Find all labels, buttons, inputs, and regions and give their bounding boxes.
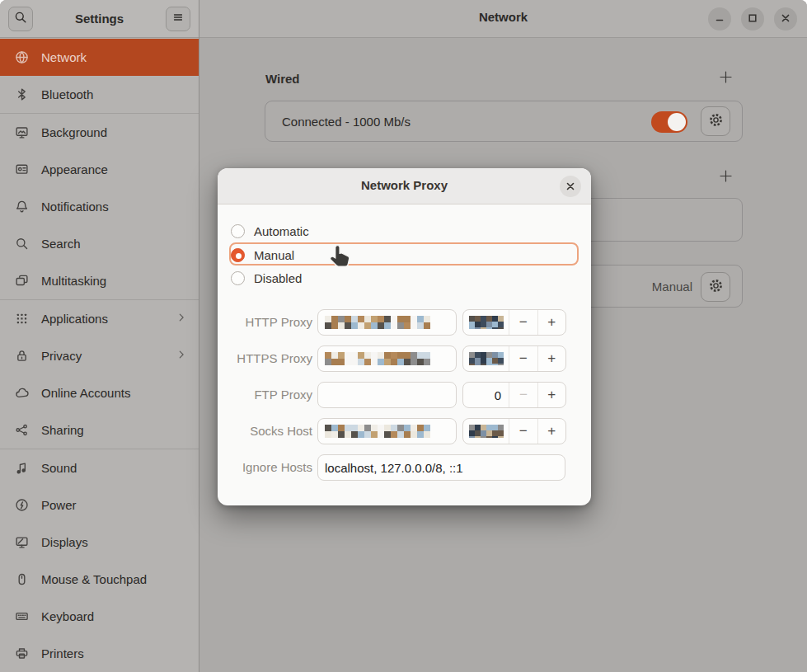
sidebar-item-printers[interactable]: Printers [0,635,199,672]
wired-status-text: Connected - 1000 Mb/s [282,101,411,141]
sidebar-item-label: Power [41,498,187,512]
socks-port-spinner: − + [462,418,566,444]
dialog-title: Network Proxy [218,178,591,192]
ftp-proxy-port-value[interactable]: 0 [463,383,509,407]
network-proxy-dialog: Network Proxy Automatic Manual Disabled … [218,168,591,505]
wired-connection-row[interactable]: Connected - 1000 Mb/s [265,101,743,142]
wired-section-label: Wired [265,72,300,86]
proxy-settings-button[interactable] [701,272,730,302]
background-icon [14,125,29,140]
sidebar-item-label: Appearance [41,162,187,176]
http-proxy-label: HTTP Proxy [218,309,312,336]
sidebar-item-label: Bluetooth [41,87,187,101]
proxy-option-manual[interactable]: Manual [231,243,578,266]
sidebar-item-power[interactable]: Power [0,486,199,524]
proxy-option-disabled[interactable]: Disabled [231,266,578,289]
plus-icon [719,169,733,186]
sidebar-list: NetworkBluetoothBackgroundAppearanceNoti… [0,39,199,672]
search-button[interactable] [8,7,33,31]
hamburger-menu-icon [171,11,185,26]
ignore-hosts-input[interactable] [317,454,565,481]
sidebar-item-bluetooth[interactable]: Bluetooth [0,76,199,113]
chevron-right-icon [176,349,187,363]
close-icon [565,180,575,194]
sidebar-item-multitasking[interactable]: Multitasking [0,262,199,299]
redacted-value [325,352,430,365]
socks-port-value[interactable] [463,419,509,444]
cloud-icon [14,386,29,401]
ignore-hosts-field[interactable] [325,461,558,475]
display-icon [14,535,29,550]
sidebar-item-online-accounts[interactable]: Online Accounts [0,374,199,411]
socks-port-decrement-button[interactable]: − [509,419,537,444]
sidebar-item-label: Search [41,237,187,251]
socks-port-increment-button[interactable]: + [537,419,565,444]
close-button[interactable] [774,7,797,31]
primary-menu-button[interactable] [166,7,190,31]
wired-toggle[interactable] [651,111,687,133]
sidebar-item-keyboard[interactable]: Keyboard [0,598,199,635]
sidebar-item-privacy[interactable]: Privacy [0,337,199,374]
sidebar-item-label: Sharing [41,423,187,437]
bell-icon [14,200,29,214]
minimize-icon [714,12,725,26]
https-proxy-row: HTTPS Proxy − + [218,345,591,372]
redacted-value [469,425,504,438]
sidebar-item-label: Background [41,125,187,139]
minimize-button[interactable] [708,7,731,31]
http-proxy-host-input[interactable] [317,309,457,336]
chevron-right-icon [176,312,187,326]
search-icon [14,11,27,26]
sidebar-item-applications[interactable]: Applications [0,300,199,337]
https-proxy-host-input[interactable] [317,345,457,372]
sidebar: Settings NetworkBluetoothBackgroundAppea… [0,0,199,672]
redacted-value [325,316,430,329]
ftp-proxy-host-input[interactable] [317,382,457,408]
dialog-close-button[interactable] [560,176,581,197]
sidebar-item-label: Privacy [41,349,163,363]
https-proxy-label: HTTPS Proxy [218,345,312,372]
sidebar-item-background[interactable]: Background [0,114,199,151]
https-proxy-port-value[interactable] [463,346,509,371]
https-port-increment-button[interactable]: + [537,346,565,371]
maximize-icon [747,12,758,26]
power-icon [14,498,29,513]
lock-icon [14,349,29,364]
http-proxy-port-value[interactable] [463,310,509,335]
socks-host-row: Socks Host − + [218,418,591,444]
socks-host-input[interactable] [317,418,457,444]
add-vpn-button[interactable] [718,170,733,185]
wired-settings-button[interactable] [701,106,730,136]
radio-icon[interactable] [231,271,245,285]
ftp-proxy-label: FTP Proxy [218,382,312,408]
add-wired-connection-button[interactable] [718,71,733,86]
radio-icon[interactable] [231,248,245,262]
ftp-proxy-host-field[interactable] [325,388,449,402]
https-port-decrement-button[interactable]: − [509,346,537,371]
sidebar-item-sound[interactable]: Sound [0,449,199,486]
sidebar-item-label: Network [41,50,187,64]
http-port-decrement-button[interactable]: − [509,310,537,335]
close-icon [780,12,791,26]
gear-icon [708,112,724,130]
sidebar-item-appearance[interactable]: Appearance [0,151,199,188]
ftp-port-decrement-button[interactable]: − [509,383,537,407]
redacted-value [469,316,504,329]
sidebar-item-sharing[interactable]: Sharing [0,411,199,449]
sidebar-item-mouse-touchpad[interactable]: Mouse & Touchpad [0,561,199,598]
http-port-increment-button[interactable]: + [537,310,565,335]
radio-icon[interactable] [231,224,245,238]
sidebar-item-search[interactable]: Search [0,225,199,262]
sidebar-item-notifications[interactable]: Notifications [0,188,199,225]
sidebar-item-label: Mouse & Touchpad [41,572,187,586]
note-icon [14,461,29,476]
sidebar-header: Settings [0,0,199,38]
https-proxy-port-spinner: − + [462,345,566,372]
sidebar-item-displays[interactable]: Displays [0,524,199,561]
mouse-icon [14,572,29,587]
maximize-button[interactable] [741,7,764,31]
ftp-port-increment-button[interactable]: + [537,383,565,407]
proxy-option-automatic[interactable]: Automatic [231,219,578,242]
sidebar-item-label: Printers [41,646,187,660]
sidebar-item-network[interactable]: Network [0,39,199,76]
